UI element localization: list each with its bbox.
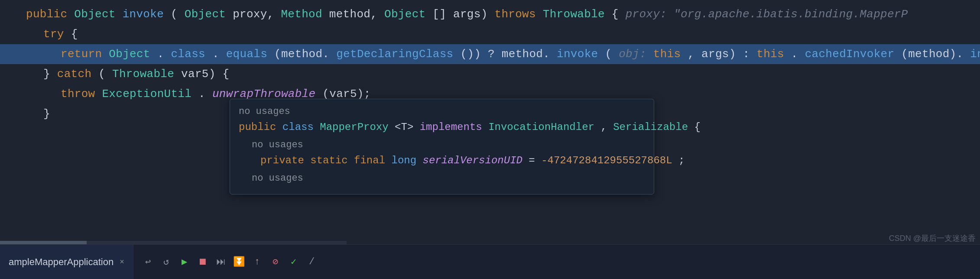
param-proxy: proxy, (233, 8, 281, 21)
kw-this2: this (756, 48, 784, 61)
tooltip-popup: no usages public class MapperProxy <T> i… (230, 99, 654, 195)
tt-kw-public: public (239, 121, 276, 133)
type-throwable: Throwable (543, 8, 605, 21)
tooltip-section-3: no usages (239, 173, 645, 184)
tooltip-section-1: no usages public class MapperProxy <T> i… (239, 106, 645, 136)
brace1: { (612, 8, 626, 21)
type-object: Object (74, 8, 115, 21)
tooltip-code-line-2: private static final long serialVersionU… (252, 152, 645, 169)
close-try: } (43, 68, 57, 81)
method-equals: equals (226, 48, 267, 61)
tt-generic: <T> (395, 121, 420, 133)
comma-args: , args) : (688, 48, 756, 61)
dot3: . (791, 48, 798, 61)
kw-throw: throw (61, 88, 95, 101)
line1-content: public Object invoke ( Object proxy, Met… (26, 4, 908, 24)
line6-content: } (43, 104, 50, 124)
tt-interface1: InvocationHandler (488, 121, 594, 133)
tt-interface2: Serializable (613, 121, 688, 133)
kw-return: return (61, 48, 102, 61)
tt-semi: ; (678, 155, 685, 166)
tt-kw-final: final (354, 155, 385, 166)
class-object: Object (109, 48, 150, 61)
tab-label: ampleMapperApplication (9, 256, 114, 268)
class-exceptionutil: ExceptionUtil (102, 88, 191, 101)
paren2: (method. (274, 48, 329, 61)
scrollbar-track[interactable] (0, 241, 347, 244)
toolbar-stop-icon[interactable]: ⏹ (197, 256, 209, 268)
toolbar-forward-icon[interactable]: ↺ (160, 256, 172, 268)
tt-kw-class: class (282, 121, 314, 133)
tt-kw-private: private (260, 155, 304, 166)
param-hint-obj: obj: (619, 48, 646, 61)
code-line-2: try { (0, 24, 980, 44)
tt-number: -4724728412955527868L (541, 155, 672, 166)
toolbar-step-over-icon[interactable]: ⏭ (215, 256, 227, 268)
type-object2: Object (185, 8, 226, 21)
line3-content: return Object . class . equals (method. … (61, 44, 980, 64)
bottom-bar: ampleMapperApplication × ↩ ↺ ▶ ⏹ ⏭ ⏬ ↑ ⊘… (0, 244, 980, 279)
kw-throws: throws (494, 8, 535, 21)
dot1: . (157, 48, 164, 61)
toolbar-slash-icon[interactable]: / (306, 256, 318, 268)
var5: var5) { (181, 68, 229, 81)
line4-content: } catch ( Throwable var5) { (43, 64, 229, 84)
param-args: args) (453, 8, 494, 21)
line2-content: try { (43, 24, 78, 44)
tt-eq: = (529, 155, 541, 166)
tt-kw-static: static (310, 155, 347, 166)
paren1: ( (171, 8, 178, 21)
toolbar-up-icon[interactable]: ↑ (251, 256, 263, 268)
editor-area: public Object invoke ( Object proxy, Met… (0, 0, 980, 279)
tab-close-button[interactable]: × (120, 257, 124, 266)
method-cachedInvoker: cachedInvoker (805, 48, 895, 61)
tt-kw-long: long (391, 155, 416, 166)
toolbar-check-icon[interactable]: ✓ (288, 256, 300, 268)
toolbar-cancel-icon[interactable]: ⊘ (269, 256, 282, 268)
param-method: method, (329, 8, 384, 21)
kw-catch: catch (57, 68, 92, 81)
method-invoke2: invoke (557, 48, 598, 61)
tt-kw-implements: implements (420, 121, 482, 133)
type-throwable2: Throwable (112, 68, 174, 81)
toolbar-play-icon[interactable]: ▶ (178, 256, 191, 268)
toolbar-step-into-icon[interactable]: ⏬ (233, 256, 245, 268)
type-object3: Object (384, 8, 425, 21)
paren3: ()) ? method. (460, 48, 550, 61)
kw-class: class (171, 48, 205, 61)
kw-try: try (43, 28, 64, 41)
scrollbar-thumb[interactable] (0, 241, 87, 244)
no-usages-3: no usages (252, 173, 645, 184)
tt-brace: { (694, 121, 700, 133)
paren5: (method). (901, 48, 963, 61)
code-line-3: return Object . class . equals (method. … (0, 44, 980, 64)
no-usages-2: no usages (252, 140, 645, 150)
toolbar-back-icon[interactable]: ↩ (142, 256, 154, 268)
watermark: CSDN @最后一支迷途香 (889, 233, 976, 243)
paren-catch: ( (98, 68, 105, 81)
tab-item[interactable]: ampleMapperApplication × (0, 245, 133, 279)
inline-hint: proxy: "org.apache.ibatis.binding.Mapper… (626, 8, 908, 21)
method-invoke: invoke (123, 8, 164, 21)
no-usages-1: no usages (239, 106, 645, 117)
method-gdc: getDeclaringClass (336, 48, 453, 61)
kw-public: public (26, 8, 67, 21)
tt-class-name: MapperProxy (320, 121, 388, 133)
tooltip-section-2: no usages private static final long seri… (239, 140, 645, 169)
kw-this: this (653, 48, 681, 61)
code-line-1: public Object invoke ( Object proxy, Met… (0, 4, 980, 24)
tt-comma: , (600, 121, 613, 133)
try-brace: { (71, 28, 78, 41)
tt-field-name: serialVersionUID (423, 155, 522, 166)
tooltip-code-line-1: public class MapperProxy <T> implements … (239, 119, 645, 136)
close-catch: } (43, 107, 50, 120)
method-in: in (970, 48, 980, 61)
code-line-4: } catch ( Throwable var5) { (0, 64, 980, 84)
bracket1: [] (432, 8, 453, 21)
dot2: . (212, 48, 219, 61)
type-method: Method (281, 8, 322, 21)
paren4: ( (605, 48, 619, 61)
toolbar-icons: ↩ ↺ ▶ ⏹ ⏭ ⏬ ↑ ⊘ ✓ / (133, 256, 318, 268)
dot4: . (198, 88, 205, 101)
